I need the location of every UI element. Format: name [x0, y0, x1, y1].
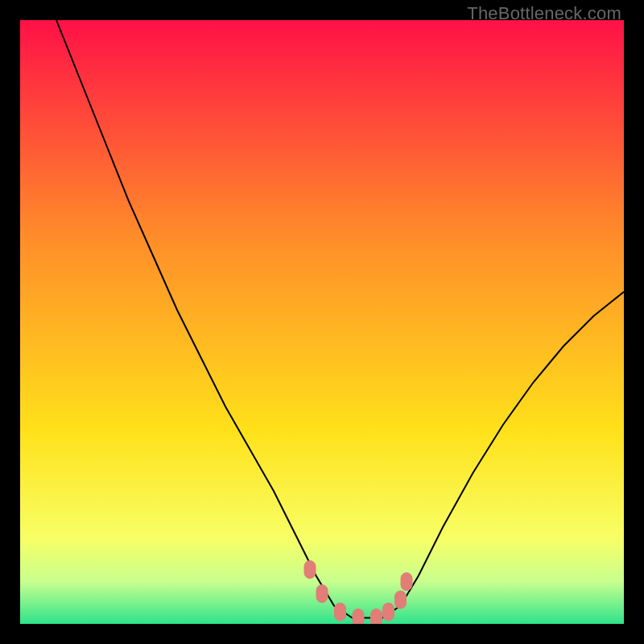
gradient-background	[20, 20, 624, 624]
marker-point	[371, 609, 382, 625]
marker-point	[395, 591, 407, 609]
bottleneck-chart	[20, 20, 624, 624]
plot-area	[20, 20, 624, 624]
chart-frame: TheBottleneck.com	[0, 0, 644, 644]
marker-point	[335, 603, 346, 621]
marker-point	[316, 585, 328, 603]
marker-point	[304, 561, 316, 579]
marker-point	[353, 609, 364, 625]
marker-point	[401, 573, 412, 591]
marker-point	[383, 603, 394, 621]
